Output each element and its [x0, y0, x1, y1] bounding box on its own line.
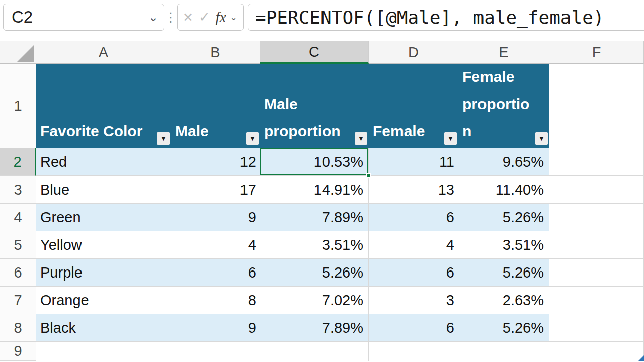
column-header-C[interactable]: C: [260, 41, 369, 64]
row-header-5[interactable]: 5: [0, 231, 36, 259]
formula-bar-region: C2 ⌄ ⋮ ✕ ✓ fx ⌄ =PERCENTOF([@Male], male…: [0, 0, 644, 35]
filter-dropdown-icon: ▼: [447, 135, 454, 142]
cell-A5[interactable]: Yellow: [36, 231, 171, 259]
cell-E4[interactable]: 5.26%: [458, 204, 549, 231]
table-header-male[interactable]: Male ▼: [171, 64, 260, 148]
cell-B7[interactable]: 8: [171, 287, 260, 314]
cell-A3[interactable]: Blue: [36, 176, 171, 204]
filter-dropdown-icon: ▼: [358, 135, 364, 142]
table-header-female[interactable]: Female ▼: [369, 64, 458, 148]
cell-E2[interactable]: 9.65%: [458, 148, 549, 176]
cell-B8[interactable]: 9: [171, 314, 260, 342]
cell-B4[interactable]: 9: [171, 204, 260, 231]
filter-button[interactable]: ▼: [246, 132, 259, 145]
column-header-B[interactable]: B: [171, 41, 260, 64]
insert-function-icon[interactable]: fx: [216, 10, 226, 25]
cell-D2[interactable]: 11: [369, 148, 458, 176]
cell-A4[interactable]: Green: [36, 204, 171, 231]
name-box[interactable]: C2 ⌄: [3, 4, 164, 31]
cell-A7[interactable]: Orange: [36, 287, 171, 314]
filter-dropdown-icon: ▼: [538, 135, 545, 142]
header-label: Female: [373, 118, 425, 145]
cell-D9[interactable]: [369, 342, 458, 361]
cell-A9[interactable]: [36, 342, 171, 361]
column-header-F[interactable]: F: [549, 41, 644, 64]
chevron-down-icon[interactable]: ⌄: [230, 12, 237, 23]
cell-F3[interactable]: [549, 176, 644, 204]
cell-C4[interactable]: 7.89%: [260, 204, 369, 231]
enter-icon[interactable]: ✓: [199, 11, 210, 24]
row-header-7[interactable]: 7: [0, 287, 36, 314]
cell-F8[interactable]: [549, 314, 644, 342]
row-header-1[interactable]: 1: [0, 64, 36, 148]
cell-B3[interactable]: 17: [171, 176, 260, 204]
column-header-A[interactable]: A: [36, 41, 171, 64]
row-header-8[interactable]: 8: [0, 314, 36, 342]
select-all-triangle-icon: [17, 45, 34, 62]
cell-value: 5.26%: [503, 320, 544, 336]
filter-button[interactable]: ▼: [355, 132, 367, 145]
cell-E6[interactable]: 5.26%: [458, 259, 549, 287]
table-header-favorite-color[interactable]: Favorite Color ▼: [36, 64, 171, 148]
column-header-D[interactable]: D: [369, 41, 458, 64]
select-all-corner[interactable]: [0, 41, 36, 64]
chevron-down-icon[interactable]: ⌄: [148, 11, 158, 23]
cell-C6[interactable]: 5.26%: [260, 259, 369, 287]
cell-C9[interactable]: [260, 342, 369, 361]
cell-C2-selected[interactable]: 10.53%: [260, 148, 369, 176]
filter-dropdown-icon: ▼: [160, 135, 167, 142]
name-box-value: C2: [12, 8, 33, 27]
cell-D7[interactable]: 3: [369, 287, 458, 314]
formula-input[interactable]: =PERCENTOF([@Male], male_female): [248, 4, 644, 31]
filter-button[interactable]: ▼: [157, 132, 170, 145]
cell-F9[interactable]: [549, 342, 644, 361]
table-header-male-proportion[interactable]: Male proportion ▼: [260, 64, 369, 148]
cell-value: 10.53%: [314, 154, 363, 170]
cell-C3[interactable]: 14.91%: [260, 176, 369, 204]
cell-D5[interactable]: 4: [369, 231, 458, 259]
cell-F6[interactable]: [549, 259, 644, 287]
cell-A2[interactable]: Red: [36, 148, 171, 176]
row-header-3[interactable]: 3: [0, 176, 36, 204]
cell-D8[interactable]: 6: [369, 314, 458, 342]
cell-B2[interactable]: 12: [171, 148, 260, 176]
column-header-E[interactable]: E: [458, 41, 549, 64]
sheet-grid: A B C D E F 1 Favorite Color ▼ Male ▼ Ma…: [0, 41, 644, 361]
cell-C5[interactable]: 3.51%: [260, 231, 369, 259]
cell-D6[interactable]: 6: [369, 259, 458, 287]
cell-C7[interactable]: 7.02%: [260, 287, 369, 314]
row-header-9[interactable]: 9: [0, 342, 36, 361]
filter-button[interactable]: ▼: [535, 132, 548, 145]
table-header-female-proportion[interactable]: Female proportion ▼: [458, 64, 549, 148]
header-label: Male: [175, 118, 209, 145]
cell-E9[interactable]: [458, 342, 549, 361]
cell-A6[interactable]: Purple: [36, 259, 171, 287]
cell-B5[interactable]: 4: [171, 231, 260, 259]
filter-button[interactable]: ▼: [444, 132, 457, 145]
row-header-6[interactable]: 6: [0, 259, 36, 287]
cell-A8[interactable]: Black: [36, 314, 171, 342]
filter-dropdown-icon: ▼: [249, 135, 256, 142]
cell-E7[interactable]: 2.63%: [458, 287, 549, 314]
cell-E5[interactable]: 3.51%: [458, 231, 549, 259]
cancel-icon[interactable]: ✕: [183, 11, 193, 24]
cell-D4[interactable]: 6: [369, 204, 458, 231]
cell-B9[interactable]: [171, 342, 260, 361]
row-header-4[interactable]: 4: [0, 204, 36, 231]
cell-F4[interactable]: [549, 204, 644, 231]
cell-F5[interactable]: [549, 231, 644, 259]
cell-E8[interactable]: 5.26%: [458, 314, 549, 342]
formula-buttons: ✕ ✓ fx ⌄: [177, 4, 244, 31]
excel-window: C2 ⌄ ⋮ ✕ ✓ fx ⌄ =PERCENTOF([@Male], male…: [0, 0, 644, 362]
cell-E3[interactable]: 11.40%: [458, 176, 549, 204]
cell-F7[interactable]: [549, 287, 644, 314]
row-header-2[interactable]: 2: [0, 148, 36, 176]
cell-F1[interactable]: [549, 64, 644, 148]
cell-D3[interactable]: 13: [369, 176, 458, 204]
cell-F2[interactable]: [549, 148, 644, 176]
cell-C8[interactable]: 7.89%: [260, 314, 369, 342]
fill-handle[interactable]: [366, 173, 371, 178]
cell-B6[interactable]: 6: [171, 259, 260, 287]
more-options-icon[interactable]: ⋮: [166, 4, 175, 31]
formula-text: =PERCENTOF([@Male], male_female): [255, 7, 604, 28]
